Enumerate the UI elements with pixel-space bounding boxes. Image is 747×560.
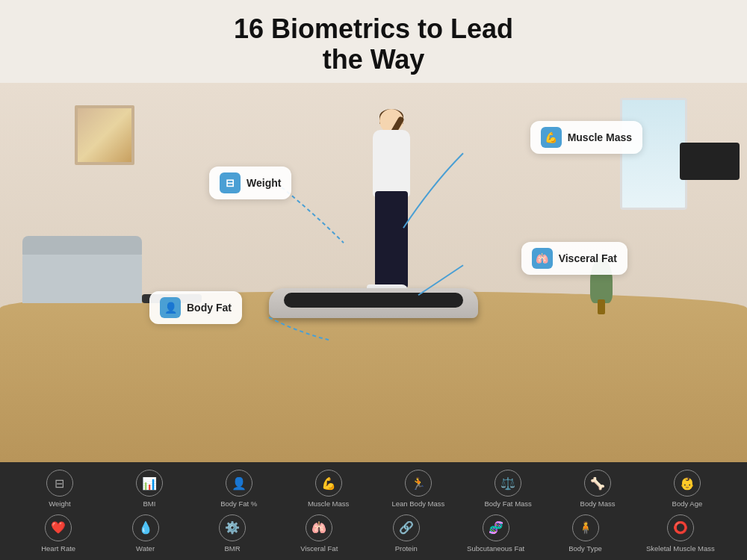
metric-icon: 💧 [132, 514, 159, 541]
bodyfat-card-label: Body Fat [187, 302, 232, 314]
metric-icon: ⚙️ [219, 514, 246, 541]
person-figure [347, 109, 436, 318]
metrics-row-2: ❤️ Heart Rate 💧 Water ⚙️ BMR 🫁 Visceral … [15, 514, 732, 553]
metric-icon: 🫁 [306, 514, 332, 541]
metric-label: Body Type [568, 544, 602, 553]
metric-item: ⚖️ Body Fat Mass [482, 470, 534, 508]
metric-label: Weight [49, 500, 70, 508]
metric-icon: 🏃 [405, 470, 432, 497]
metric-item: 📊 BMI [123, 470, 176, 508]
title-line1: 16 Biometrics to Lead [234, 13, 513, 44]
metric-label: Heart Rate [41, 544, 75, 553]
metric-item: 🧍 Body Type [560, 514, 612, 553]
metric-item: 🦴 Body Mass [571, 470, 624, 508]
metric-icon: ⚖️ [495, 470, 521, 497]
metric-icon: 👤 [226, 470, 252, 497]
metric-label: Body Age [672, 500, 703, 508]
metric-icon: 🦴 [584, 470, 611, 497]
metric-item: 🏃 Lean Body Mass [392, 470, 445, 508]
metric-item: ❤️ Heart Rate [32, 514, 84, 553]
tv [680, 143, 740, 180]
metric-item: ⚙️ BMR [206, 514, 258, 553]
metric-icon: 🧬 [483, 514, 509, 541]
weight-card-label: Weight [247, 177, 281, 189]
metric-item: ⭕ Skeletal Muscle Mass [646, 514, 715, 553]
bodyfat-card-icon: 👤 [160, 297, 181, 318]
metric-item: 🧬 Subcutaneous Fat [467, 514, 524, 553]
visceral-card-label: Visceral Fat [559, 252, 617, 264]
metrics-bar: ⊟ Weight 📊 BMI 👤 Body Fat % 💪 Muscle Mas… [0, 462, 747, 560]
image-section: ⊟ Weight 💪 Muscle Mass 🫁 Visceral Fat 👤 … [0, 83, 747, 462]
card-muscle-mass: 💪 Muscle Mass [530, 121, 642, 154]
metric-label: Water [136, 544, 155, 553]
metric-item: 💧 Water [120, 514, 172, 553]
metrics-row-1: ⊟ Weight 📊 BMI 👤 Body Fat % 💪 Muscle Mas… [15, 470, 732, 508]
visceral-card-icon: 🫁 [532, 248, 553, 269]
metric-label: Body Mass [580, 500, 616, 508]
metric-item: 👤 Body Fat % [213, 470, 265, 508]
metric-icon: 📊 [136, 470, 163, 497]
metric-item: 👶 Body Age [661, 470, 713, 508]
muscle-card-icon: 💪 [541, 127, 562, 148]
muscle-card-label: Muscle Mass [568, 131, 632, 143]
page-wrapper: 16 Biometrics to Lead the Way [0, 0, 747, 560]
scene-background: ⊟ Weight 💪 Muscle Mass 🫁 Visceral Fat 👤 … [0, 83, 747, 462]
metric-icon: 🧍 [572, 514, 599, 541]
metric-icon: ⭕ [667, 514, 694, 541]
person-torso [373, 130, 410, 197]
card-visceral-fat: 🫁 Visceral Fat [521, 242, 627, 275]
metric-icon: 💪 [315, 470, 342, 497]
title-section: 16 Biometrics to Lead the Way [219, 0, 528, 83]
metric-icon: 👶 [674, 470, 701, 497]
page-title: 16 Biometrics to Lead the Way [234, 13, 513, 75]
couch [22, 251, 142, 303]
metric-label: BMI [143, 500, 155, 508]
card-body-fat: 👤 Body Fat [149, 291, 242, 324]
title-line2: the Way [323, 44, 425, 75]
metric-item: 🫁 Visceral Fat [293, 514, 345, 553]
metric-item: 🔗 Protein [380, 514, 433, 553]
metric-label: Visceral Fat [300, 544, 338, 553]
metric-label: BMR [224, 544, 240, 553]
card-weight: ⊟ Weight [209, 167, 291, 199]
metric-icon: ⊟ [46, 470, 73, 497]
metric-icon: 🔗 [393, 514, 420, 541]
metric-item: ⊟ Weight [34, 470, 86, 508]
metric-label: Lean Body Mass [392, 500, 445, 508]
metric-label: Subcutaneous Fat [467, 544, 524, 553]
person-legs [375, 191, 408, 288]
window [620, 98, 687, 210]
metric-item: 💪 Muscle Mass [303, 470, 355, 508]
painting [75, 105, 134, 165]
metric-label: Protein [395, 544, 418, 553]
metric-label: Skeletal Muscle Mass [646, 544, 715, 553]
treadmill [269, 288, 478, 318]
metric-label: Body Fat Mass [484, 500, 531, 508]
metric-icon: ❤️ [45, 514, 72, 541]
metric-label: Muscle Mass [308, 500, 349, 508]
metric-label: Body Fat % [220, 500, 257, 508]
weight-card-icon: ⊟ [220, 172, 241, 193]
